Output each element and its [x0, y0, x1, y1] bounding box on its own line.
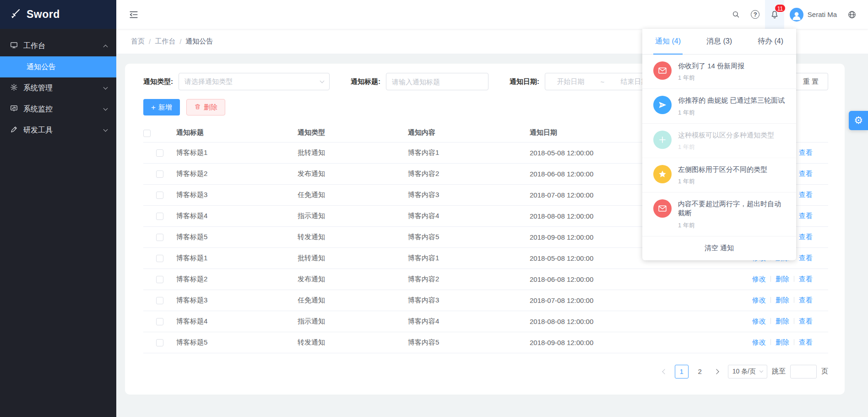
add-button[interactable]: + 新增	[143, 99, 180, 115]
page-button-1[interactable]: 1	[675, 365, 689, 379]
reset-button[interactable]: 重 置	[793, 73, 828, 90]
row-checkbox[interactable]	[156, 149, 163, 157]
row-checkbox[interactable]	[156, 234, 163, 241]
prev-page-icon[interactable]	[658, 365, 670, 379]
date-separator: ~	[601, 78, 605, 86]
notification-bell-icon[interactable]: 11	[765, 0, 784, 29]
globe-icon[interactable]	[842, 0, 862, 29]
mail-icon	[653, 199, 672, 218]
send-icon	[653, 96, 672, 114]
clear-notifications-button[interactable]: 清空 通知	[642, 236, 796, 260]
edit-link[interactable]: 修改	[752, 338, 766, 346]
sidebar-item-label: 研发工具	[23, 126, 53, 135]
view-link[interactable]: 查看	[799, 191, 813, 198]
chevron-down-icon	[103, 85, 108, 89]
notification-badge: 11	[775, 4, 786, 12]
help-icon[interactable]: ?	[746, 0, 765, 29]
filter-type-group: 通知类型: 请选择通知类型	[143, 73, 330, 90]
filter-title-label: 通知标题:	[351, 77, 380, 86]
delete-link[interactable]: 删除	[776, 317, 789, 325]
view-link[interactable]: 查看	[799, 254, 813, 262]
filter-title-group: 通知标题:	[351, 73, 488, 90]
notification-dropdown: 通知 (4) 消息 (3) 待办 (4) 你收到了 14 份新周报 1 年前 你…	[642, 29, 796, 260]
sidebar-item-dev-tools[interactable]: 研发工具	[0, 120, 116, 141]
search-icon[interactable]	[727, 0, 746, 29]
user-name: Serati Ma	[808, 11, 837, 18]
chevron-down-icon	[320, 78, 325, 83]
jump-page-input[interactable]	[790, 365, 817, 379]
sidebar-item-workbench[interactable]: 工作台	[0, 35, 116, 56]
delete-button[interactable]: 删除	[186, 99, 225, 115]
jump-label: 跳至	[772, 367, 786, 376]
notice-type-select[interactable]: 请选择通知类型	[179, 73, 330, 90]
notification-item[interactable]: 你推荐的 曲妮妮 已通过第三轮面试 1 年前	[642, 89, 796, 123]
sidebar-item-label: 系统监控	[23, 104, 53, 114]
row-checkbox[interactable]	[156, 297, 163, 304]
user-menu[interactable]: Serati Ma	[784, 0, 842, 29]
view-link[interactable]: 查看	[799, 148, 813, 156]
monitor-pulse-icon	[10, 104, 18, 114]
edit-link[interactable]: 修改	[752, 296, 766, 304]
row-checkbox[interactable]	[156, 213, 163, 220]
breadcrumb-workbench[interactable]: 工作台	[155, 37, 175, 46]
delete-link[interactable]: 删除	[776, 296, 789, 304]
table-row: 博客标题2 发布通知 博客内容2 2018-06-08 12:00:00 修改删…	[143, 269, 828, 290]
row-checkbox[interactable]	[156, 276, 163, 283]
page-button-2[interactable]: 2	[693, 365, 707, 379]
row-checkbox[interactable]	[156, 339, 163, 346]
jump-unit: 页	[821, 367, 828, 376]
sidebar-subitem-label: 通知公告	[27, 62, 56, 72]
edit-link[interactable]: 修改	[752, 275, 766, 283]
filter-date-group: 通知日期: 开始日期 ~ 结束日期	[510, 73, 660, 90]
sidebar-item-system-admin[interactable]: 系统管理	[0, 77, 116, 99]
chevron-down-icon	[103, 106, 108, 110]
view-link[interactable]: 查看	[799, 296, 813, 304]
view-link[interactable]: 查看	[799, 275, 813, 283]
row-checkbox[interactable]	[156, 318, 163, 325]
page-size-select[interactable]: 10 条/页	[728, 365, 767, 379]
select-all-checkbox[interactable]	[143, 130, 151, 137]
filter-type-label: 通知类型:	[143, 77, 173, 86]
sidebar: Sword 工作台 通知公告	[0, 0, 116, 417]
sidebar-item-system-monitor[interactable]: 系统监控	[0, 99, 116, 120]
row-checkbox[interactable]	[156, 192, 163, 199]
row-checkbox[interactable]	[156, 170, 163, 178]
header-actions: ? 11 Serati Ma	[727, 0, 862, 29]
tab-messages[interactable]: 消息 (3)	[694, 29, 745, 54]
delete-link[interactable]: 删除	[776, 275, 789, 283]
menu-fold-icon[interactable]	[125, 0, 143, 29]
plus-icon	[653, 131, 672, 149]
sidebar-item-label: 工作台	[23, 41, 45, 51]
select-placeholder: 请选择通知类型	[184, 77, 233, 86]
notification-tabs: 通知 (4) 消息 (3) 待办 (4)	[642, 29, 796, 55]
notification-item-read[interactable]: 这种模板可以区分多种通知类型 1 年前	[642, 124, 796, 158]
tab-notifications[interactable]: 通知 (4)	[642, 29, 694, 54]
column-header-type: 通知类型	[298, 124, 408, 142]
view-link[interactable]: 查看	[799, 233, 813, 241]
sidebar-item-notice[interactable]: 通知公告	[0, 56, 116, 77]
notice-title-input[interactable]	[386, 73, 488, 90]
chevron-down-icon	[103, 127, 108, 132]
delete-link[interactable]: 删除	[776, 338, 789, 346]
view-link[interactable]: 查看	[799, 317, 813, 325]
pagination: 1 2 10 条/页 跳至 页	[143, 365, 828, 379]
tab-todos[interactable]: 待办 (4)	[745, 29, 796, 54]
view-link[interactable]: 查看	[799, 212, 813, 219]
app-root: Sword 工作台 通知公告	[0, 0, 868, 417]
notification-item[interactable]: 内容不要超过两行字，超出时自动截断 1 年前	[642, 192, 796, 236]
view-link[interactable]: 查看	[799, 170, 813, 177]
notification-item[interactable]: 你收到了 14 份新周报 1 年前	[642, 55, 796, 89]
settings-fab-gear-icon[interactable]: ⚙	[849, 111, 868, 130]
notification-item[interactable]: 左侧图标用于区分不同的类型 1 年前	[642, 158, 796, 192]
edit-link[interactable]: 修改	[752, 317, 766, 325]
row-checkbox[interactable]	[156, 255, 163, 262]
table-row: 博客标题3 任免通知 博客内容3 2018-07-08 12:00:00 修改删…	[143, 290, 828, 311]
next-page-icon[interactable]	[711, 365, 723, 379]
breadcrumb-home[interactable]: 首页	[131, 37, 145, 46]
view-link[interactable]: 查看	[799, 338, 813, 346]
trash-icon	[194, 103, 201, 111]
app-logo[interactable]: Sword	[0, 0, 116, 29]
column-header-content: 通知内容	[408, 124, 530, 142]
sword-logo-icon	[10, 8, 21, 22]
column-header-title: 通知标题	[176, 124, 298, 142]
